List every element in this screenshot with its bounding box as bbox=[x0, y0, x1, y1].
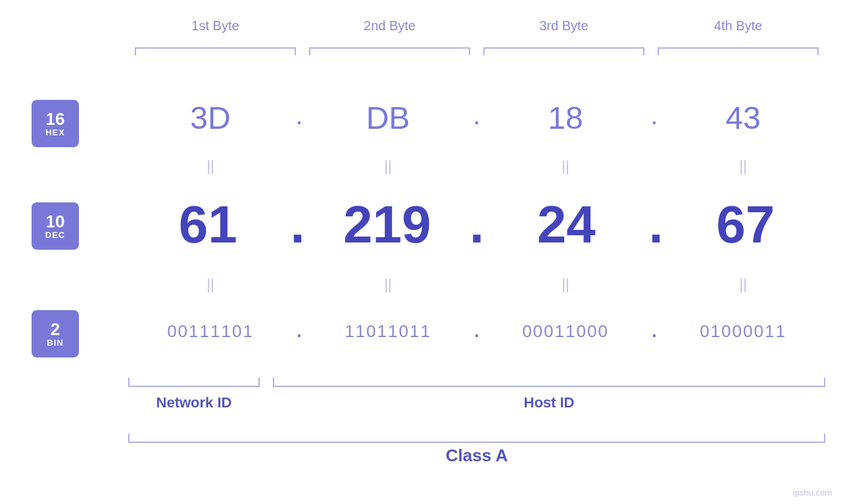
bin-val-1: 00111101 bbox=[167, 321, 254, 341]
bin-dot-1: . bbox=[293, 321, 306, 342]
bracket-host-id bbox=[273, 378, 825, 387]
dec-dot-2: . bbox=[467, 195, 487, 255]
eq2-cell-1: || bbox=[128, 276, 293, 293]
dec-cell-2: 219 bbox=[308, 195, 468, 255]
hex-cell-2: DB bbox=[306, 100, 470, 136]
dec-val-1: 61 bbox=[179, 195, 237, 254]
column-headers: 1st Byte 2nd Byte 3rd Byte 4th Byte bbox=[128, 18, 825, 34]
dec-dot-1: . bbox=[288, 195, 308, 255]
dec-dot-3: . bbox=[646, 195, 666, 255]
col-header-1: 1st Byte bbox=[128, 18, 302, 34]
eq2-cell-4: || bbox=[661, 276, 825, 293]
bin-val-3: 00011000 bbox=[522, 321, 609, 341]
bracket-gap bbox=[260, 378, 273, 387]
hex-val-4: 43 bbox=[725, 101, 760, 135]
eq1-cell-1: || bbox=[128, 158, 293, 175]
bin-cell-4: 01000011 bbox=[661, 321, 825, 342]
bracket-top-2 bbox=[309, 47, 470, 55]
col-header-4: 4th Byte bbox=[651, 18, 825, 34]
badge-hex: 16 HEX bbox=[32, 100, 79, 147]
eq2-sign-3: || bbox=[562, 276, 569, 292]
eq1-cell-3: || bbox=[483, 158, 648, 175]
badge-hex-number: 16 bbox=[46, 110, 65, 127]
hex-cell-1: 3D bbox=[128, 100, 293, 136]
badge-dec: 10 DEC bbox=[32, 202, 79, 250]
bin-cell-2: 11011011 bbox=[306, 321, 470, 342]
badge-bin-label: BIN bbox=[47, 338, 63, 348]
eq2-cell-3: || bbox=[483, 276, 648, 293]
eq1-cell-2: || bbox=[306, 158, 470, 175]
bottom-brackets bbox=[128, 378, 825, 387]
col-header-3: 3rd Byte bbox=[477, 18, 651, 34]
dec-val-2: 219 bbox=[343, 195, 431, 254]
eq-row-2: || || || || bbox=[128, 276, 825, 293]
bin-val-4: 01000011 bbox=[700, 321, 786, 341]
class-section: Class A bbox=[128, 434, 825, 466]
network-id-label: Network ID bbox=[128, 394, 260, 411]
badge-dec-number: 10 bbox=[46, 213, 65, 230]
class-label: Class A bbox=[128, 446, 825, 466]
eq2-cell-2: || bbox=[306, 276, 470, 293]
eq2-sign-4: || bbox=[739, 276, 746, 292]
eq1-sign-2: || bbox=[384, 158, 391, 174]
bracket-top-3 bbox=[483, 47, 644, 55]
dec-cell-1: 61 bbox=[128, 195, 288, 255]
bin-dot-2: . bbox=[470, 321, 483, 342]
bin-dot-3: . bbox=[648, 321, 661, 342]
dec-val-3: 24 bbox=[537, 195, 596, 254]
badge-bin-number: 2 bbox=[51, 321, 60, 338]
eq1-sign-3: || bbox=[562, 158, 569, 174]
hex-row: 3D . DB . 18 . 43 bbox=[128, 100, 825, 136]
hex-cell-3: 18 bbox=[483, 100, 648, 136]
eq-row-1: || || || || bbox=[128, 158, 825, 175]
watermark: ipshu.com bbox=[793, 488, 832, 497]
label-gap bbox=[260, 394, 273, 411]
bracket-network-id bbox=[128, 378, 260, 387]
hex-val-3: 18 bbox=[548, 101, 583, 135]
dec-row: 61 . 219 . 24 . 67 bbox=[128, 195, 825, 255]
hex-dot-1: . bbox=[293, 108, 306, 129]
hex-val-1: 3D bbox=[190, 101, 230, 135]
bin-row: 00111101 . 11011011 . 00011000 . 0100001… bbox=[128, 321, 825, 342]
bracket-top-4 bbox=[658, 47, 819, 55]
main-container: 16 HEX 10 DEC 2 BIN 1st Byte 2nd Byte 3r… bbox=[0, 0, 845, 504]
top-brackets bbox=[128, 47, 825, 55]
host-id-label: Host ID bbox=[273, 394, 825, 411]
bin-cell-3: 00011000 bbox=[483, 321, 648, 342]
eq1-sign-4: || bbox=[739, 158, 746, 174]
hex-dot-3: . bbox=[648, 108, 661, 129]
bin-val-2: 11011011 bbox=[345, 321, 431, 341]
id-labels-row: Network ID Host ID bbox=[128, 394, 825, 411]
class-bracket-line bbox=[128, 434, 825, 443]
bracket-top-1 bbox=[135, 47, 296, 55]
eq1-cell-4: || bbox=[661, 158, 825, 175]
badge-hex-label: HEX bbox=[45, 127, 65, 137]
eq2-sign-1: || bbox=[206, 276, 214, 292]
dec-cell-3: 24 bbox=[487, 195, 646, 255]
dec-cell-4: 67 bbox=[666, 195, 826, 255]
badge-bin: 2 BIN bbox=[32, 310, 79, 357]
badge-dec-label: DEC bbox=[45, 230, 65, 240]
eq1-sign-1: || bbox=[206, 158, 214, 174]
eq2-sign-2: || bbox=[384, 276, 391, 292]
hex-val-2: DB bbox=[366, 101, 410, 135]
dec-val-4: 67 bbox=[716, 195, 775, 254]
hex-cell-4: 43 bbox=[661, 100, 825, 136]
bin-cell-1: 00111101 bbox=[128, 321, 293, 342]
col-header-2: 2nd Byte bbox=[302, 18, 477, 34]
hex-dot-2: . bbox=[470, 108, 483, 129]
